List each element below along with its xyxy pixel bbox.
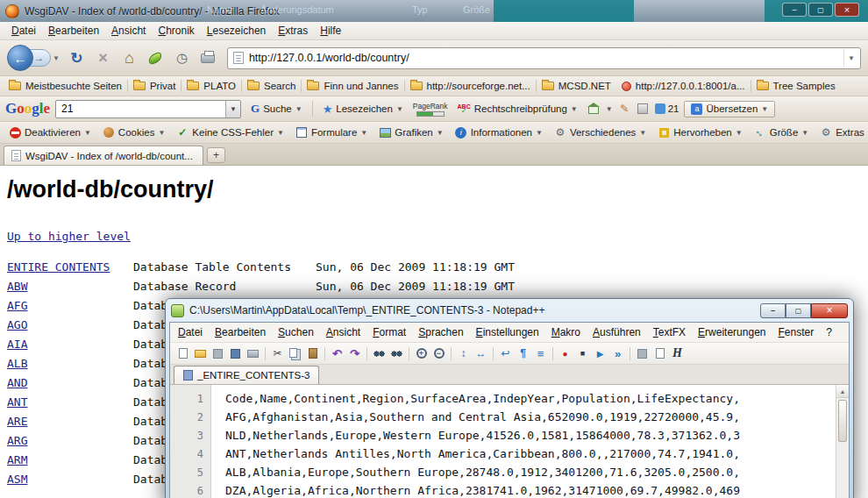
- textfx-html-button[interactable]: [669, 345, 686, 362]
- new-tab-button[interactable]: +: [207, 147, 225, 163]
- webdev-deaktivieren[interactable]: Deaktivieren▼: [4, 125, 96, 140]
- menu-hilfe[interactable]: Hilfe: [314, 23, 347, 39]
- sync-vertical-scroll-button[interactable]: [455, 345, 472, 362]
- webdev-cookies[interactable]: Cookies▼: [97, 125, 170, 140]
- counter-badge[interactable]: 21: [655, 103, 679, 114]
- google-search-button[interactable]: GSuche▼: [246, 100, 307, 117]
- zoom-in-button[interactable]: +: [413, 345, 430, 362]
- new-file-button[interactable]: [174, 345, 191, 362]
- webdev-verschiedenes[interactable]: Verschiedenes▼: [549, 125, 651, 140]
- webdev-hervorheben[interactable]: Hervorheben▼: [652, 125, 747, 140]
- maximize-button[interactable]: [786, 303, 811, 318]
- npp-menu-textfx[interactable]: TextFX: [647, 324, 692, 340]
- npp-menu-format[interactable]: Format: [366, 324, 412, 340]
- show-all-characters-button[interactable]: [515, 345, 531, 362]
- editor-scrollbar[interactable]: ▲: [836, 385, 849, 498]
- paste-button[interactable]: [304, 345, 321, 362]
- word-wrap-button[interactable]: [497, 345, 514, 362]
- npp-menu-ausfuehren[interactable]: Ausführen: [587, 324, 647, 340]
- scroll-up-icon[interactable]: ▲: [836, 385, 849, 398]
- minimize-button[interactable]: [782, 3, 807, 17]
- entry-link[interactable]: AIA: [7, 335, 133, 354]
- open-file-button[interactable]: [192, 345, 209, 362]
- back-button[interactable]: [7, 45, 33, 71]
- menu-bearbeiten[interactable]: Bearbeiten: [42, 23, 105, 39]
- copy-button[interactable]: [287, 345, 303, 362]
- bookmark-tree-samples[interactable]: Tree Samples: [751, 79, 841, 93]
- entry-link[interactable]: ALB: [7, 354, 133, 374]
- stop-button[interactable]: [92, 46, 114, 69]
- search-dropdown-icon[interactable]: ▼: [225, 101, 240, 117]
- cut-button[interactable]: [269, 345, 286, 362]
- run-macro-multiple-button[interactable]: [609, 345, 626, 362]
- refresh-button[interactable]: [66, 46, 88, 69]
- google-search-value[interactable]: 21: [61, 103, 225, 115]
- bookmark-localhost-8001[interactable]: http://127.0.0.1:8001/a...: [616, 79, 751, 93]
- webdev-groesse[interactable]: Größe▼: [749, 125, 815, 140]
- translate-button[interactable]: Übersetzen▼: [684, 101, 775, 117]
- bookmark-most-visited[interactable]: Meistbesuchte Seiten: [4, 79, 127, 93]
- url-bar[interactable]: http://127.0.0.1/world-db/country/ ▼: [227, 47, 861, 69]
- entry-link[interactable]: ANT: [7, 393, 133, 412]
- url-text[interactable]: http://127.0.0.1/world-db/country/: [249, 52, 843, 64]
- webdev-formulare[interactable]: Formulare▼: [290, 125, 373, 140]
- notepad-tab-entire-contents[interactable]: _ENTIRE_CONTENTS-3: [174, 366, 319, 384]
- indent-guide-button[interactable]: [532, 345, 549, 362]
- home-button[interactable]: [118, 46, 140, 69]
- pagerank-indicator[interactable]: PageRank: [413, 102, 448, 117]
- sidewiki-button[interactable]: [587, 103, 601, 116]
- undo-button[interactable]: [329, 345, 345, 362]
- history-timer-button[interactable]: [171, 46, 193, 69]
- npp-menu-fenster[interactable]: Fenster: [772, 324, 820, 340]
- npp-menu-ansicht[interactable]: Ansicht: [320, 324, 366, 340]
- bookmark-privat[interactable]: Privat: [128, 79, 181, 93]
- menu-ansicht[interactable]: Ansicht: [105, 23, 152, 39]
- menu-chronik[interactable]: Chronik: [152, 23, 200, 39]
- bookmark-mcsd[interactable]: MCSD.NET: [537, 79, 616, 93]
- google-search-input[interactable]: 21 ▼: [55, 100, 241, 118]
- entry-link[interactable]: AFG: [7, 296, 133, 316]
- webdev-informationen[interactable]: Informationen▼: [450, 125, 548, 140]
- stop-macro-button[interactable]: [574, 345, 591, 362]
- npp-menu-einstellungen[interactable]: Einstellungen: [470, 324, 545, 340]
- entry-link[interactable]: ASM: [7, 470, 133, 489]
- play-macro-button[interactable]: [592, 345, 608, 362]
- npp-menu-bearbeiten[interactable]: Bearbeiten: [209, 324, 272, 340]
- entry-link[interactable]: ENTIRE CONTENTS: [7, 258, 133, 277]
- autofill-button[interactable]: [637, 103, 650, 116]
- replace-button[interactable]: [388, 345, 405, 362]
- spellcheck-button[interactable]: ABC✓Rechtschreibprüfung▼: [453, 102, 582, 117]
- bookmark-search[interactable]: Search: [242, 79, 301, 93]
- webdev-css[interactable]: Keine CSS-Fehler▼: [171, 125, 289, 140]
- webdev-grafiken[interactable]: Grafiken▼: [374, 125, 448, 140]
- doc-switcher-button[interactable]: [651, 345, 668, 362]
- menu-lesezeichen[interactable]: Lesezeichen: [201, 23, 272, 39]
- menu-datei[interactable]: Datei: [5, 23, 42, 39]
- print-button[interactable]: [197, 46, 219, 69]
- entry-link[interactable]: AGO: [7, 316, 133, 335]
- history-dropdown-icon[interactable]: ▼: [53, 54, 60, 62]
- zoom-out-button[interactable]: −: [430, 345, 447, 362]
- google-bookmarks-button[interactable]: Lesezeichen▼: [318, 101, 408, 117]
- entry-link[interactable]: ARG: [7, 431, 133, 451]
- bookmark-finn-und-jannes[interactable]: Finn und Jannes: [302, 79, 403, 93]
- tab-wsgidav[interactable]: WsgiDAV - Index of /world-db/count...: [4, 146, 203, 165]
- scroll-thumb[interactable]: [838, 400, 847, 442]
- webdev-extras[interactable]: Extras▼: [815, 125, 868, 140]
- save-all-button[interactable]: [227, 345, 244, 362]
- npp-menu-makro[interactable]: Makro: [545, 324, 587, 340]
- record-macro-button[interactable]: [557, 345, 573, 362]
- close-button[interactable]: [835, 3, 859, 17]
- bookmark-sourceforge[interactable]: http://sourceforge.net...: [405, 79, 536, 93]
- entry-link[interactable]: ARM: [7, 451, 133, 470]
- menu-extras[interactable]: Extras: [272, 23, 314, 39]
- url-dropdown-icon[interactable]: ▼: [843, 49, 858, 68]
- npp-menu-datei[interactable]: Datei: [172, 324, 209, 340]
- chevron-down-icon[interactable]: ▼: [606, 105, 613, 113]
- notepad-editor[interactable]: 1Code,Name,Continent,Region,SurfaceArea,…: [170, 385, 849, 498]
- find-button[interactable]: [371, 345, 388, 362]
- up-to-higher-level-link[interactable]: Up to higher level: [7, 230, 131, 243]
- npp-menu-sprachen[interactable]: Sprachen: [412, 324, 469, 340]
- entry-link[interactable]: ABW: [7, 277, 133, 296]
- npp-menu-erweiterungen[interactable]: Erweiterungen: [692, 324, 772, 340]
